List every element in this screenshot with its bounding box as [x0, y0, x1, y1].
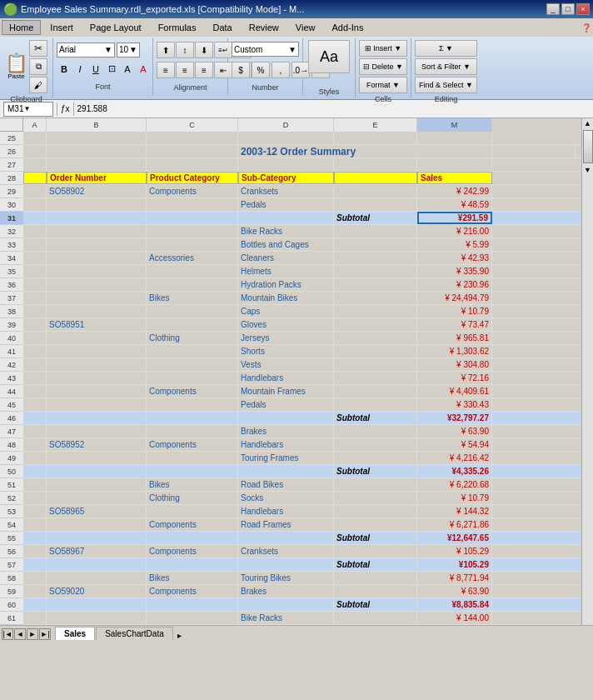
grid-cell-E[interactable]: [334, 238, 417, 251]
grid-cell-A[interactable]: [23, 172, 47, 184]
grid-cell-B[interactable]: [47, 532, 147, 544]
cell-reference-box[interactable]: M31 ▼: [3, 102, 53, 117]
grid-cell-B[interactable]: [47, 145, 147, 158]
grid-cell-B[interactable]: SO59020: [47, 585, 147, 598]
grid-cell-C[interactable]: Product Category: [147, 172, 238, 184]
grid-cell-E[interactable]: [334, 252, 417, 264]
row-header[interactable]: 53: [0, 505, 23, 518]
tab-nav-prev[interactable]: ◄: [14, 628, 26, 640]
grid-cell-A[interactable]: [23, 505, 47, 518]
grid-cell-D[interactable]: Caps: [238, 305, 334, 318]
cut-button[interactable]: ✂: [29, 40, 47, 57]
grid-cell-M[interactable]: ¥ 24,494.79: [417, 292, 492, 304]
grid-cell-A[interactable]: [23, 358, 47, 371]
menu-review[interactable]: Review: [242, 20, 287, 35]
menu-insert[interactable]: Insert: [42, 20, 81, 35]
border-button[interactable]: ⊡: [104, 62, 119, 77]
grid-cell-D[interactable]: Touring Frames: [238, 452, 334, 464]
grid-cell-M[interactable]: ¥ 10.79: [417, 492, 492, 504]
grid-cell-E[interactable]: [334, 545, 417, 558]
grid-cell-B[interactable]: [47, 465, 147, 478]
grid-cell-C[interactable]: Components: [147, 518, 238, 531]
align-left-button[interactable]: ≡: [157, 62, 175, 78]
grid-cell-M[interactable]: ¥105.29: [417, 558, 492, 571]
function-button[interactable]: ƒx: [61, 104, 70, 113]
grid-cell-A[interactable]: [23, 145, 47, 158]
row-header[interactable]: 39: [0, 318, 23, 332]
row-header[interactable]: 30: [0, 198, 23, 212]
cell-ref-dropdown[interactable]: ▼: [23, 105, 30, 112]
comma-button[interactable]: ,: [272, 62, 290, 78]
grid-cell-D[interactable]: Touring Bikes: [238, 572, 334, 584]
align-top-button[interactable]: ⬆: [157, 42, 175, 58]
grid-cell-E[interactable]: [334, 612, 417, 624]
grid-cell-B[interactable]: [47, 518, 147, 531]
grid-cell-A[interactable]: [23, 238, 47, 251]
grid-cell-E[interactable]: Subtotal: [334, 412, 417, 424]
row-header[interactable]: 42: [0, 358, 23, 372]
grid-cell-E[interactable]: [334, 292, 417, 304]
find-select-button[interactable]: Find & Select ▼: [415, 77, 477, 93]
grid-cell-A[interactable]: [23, 345, 47, 358]
grid-cell-D[interactable]: Brakes: [238, 585, 334, 598]
grid-cell-C[interactable]: Components: [147, 185, 238, 198]
grid-cell-D[interactable]: Gloves: [238, 318, 334, 331]
grid-cell-C[interactable]: [147, 238, 238, 251]
delete-button[interactable]: ⊟ Delete ▼: [359, 58, 407, 75]
grid-cell-C[interactable]: [147, 452, 238, 464]
grid-cell-M[interactable]: ¥ 230.96: [417, 278, 492, 291]
col-header-m[interactable]: M: [417, 118, 492, 132]
minimize-button[interactable]: _: [546, 3, 560, 15]
row-header[interactable]: 32: [0, 225, 23, 238]
row-header[interactable]: 46: [0, 412, 23, 425]
format-painter-button[interactable]: 🖌: [29, 77, 47, 93]
grid-cell-M[interactable]: ¥32,797.27: [417, 412, 492, 424]
grid-cell-A[interactable]: [23, 265, 47, 278]
bold-button[interactable]: B: [57, 62, 72, 77]
grid-cell-E[interactable]: [334, 572, 417, 584]
grid-cell-A[interactable]: [23, 305, 47, 318]
grid-cell-M[interactable]: ¥ 242.99: [417, 185, 492, 198]
grid-cell-A[interactable]: [23, 398, 47, 411]
col-header-e[interactable]: E: [334, 118, 417, 132]
row-header[interactable]: 36: [0, 278, 23, 292]
grid-cell-D[interactable]: Road Bikes: [238, 478, 334, 491]
paste-button[interactable]: 📋 Paste: [5, 54, 27, 80]
grid-cell-C[interactable]: [147, 532, 238, 544]
row-header[interactable]: 55: [0, 532, 23, 545]
grid-cell-C[interactable]: Components: [147, 545, 238, 558]
scroll-thumb[interactable]: [583, 130, 593, 163]
row-header[interactable]: 25: [0, 132, 23, 145]
row-header[interactable]: 43: [0, 372, 23, 385]
grid-cell-B[interactable]: SO58952: [47, 438, 147, 451]
grid-cell-C[interactable]: [147, 505, 238, 518]
maximize-button[interactable]: □: [561, 3, 575, 15]
grid-cell-E[interactable]: [334, 372, 417, 384]
grid-cell-C[interactable]: Components: [147, 385, 238, 398]
row-header[interactable]: 59: [0, 585, 23, 598]
grid-cell-M[interactable]: [576, 145, 581, 158]
grid-cell-D[interactable]: Handlebars: [238, 372, 334, 384]
grid-cell-B[interactable]: [47, 372, 147, 384]
grid-cell-D[interactable]: Mountain Frames: [238, 385, 334, 398]
sum-button[interactable]: Σ ▼: [415, 40, 477, 57]
grid-cell-A[interactable]: [23, 518, 47, 531]
grid-cell-A[interactable]: [23, 318, 47, 331]
font-name-dropdown-icon[interactable]: ▼: [104, 45, 112, 54]
row-header[interactable]: 44: [0, 385, 23, 398]
grid-cell-M[interactable]: ¥ 6,220.68: [417, 478, 492, 491]
grid-cell-A[interactable]: [23, 278, 47, 291]
grid-cell-B[interactable]: [47, 478, 147, 491]
sheet-tab-sales[interactable]: Sales: [55, 627, 95, 640]
grid-cell-E[interactable]: [334, 185, 417, 198]
grid-cell-M[interactable]: ¥ 965.81: [417, 332, 492, 344]
row-header[interactable]: 49: [0, 452, 23, 465]
grid-cell-M[interactable]: ¥ 63.90: [417, 585, 492, 598]
grid-cell-M[interactable]: ¥ 144.32: [417, 505, 492, 518]
grid-cell-D[interactable]: [238, 132, 334, 144]
sheet-tab-scroll-right[interactable]: ▸: [177, 631, 182, 640]
grid-cell-C[interactable]: [147, 212, 238, 224]
grid-cell-M[interactable]: ¥ 63.90: [417, 425, 492, 438]
sort-filter-button[interactable]: Sort & Filter ▼: [415, 58, 477, 75]
grid-cell-C[interactable]: [147, 318, 238, 331]
